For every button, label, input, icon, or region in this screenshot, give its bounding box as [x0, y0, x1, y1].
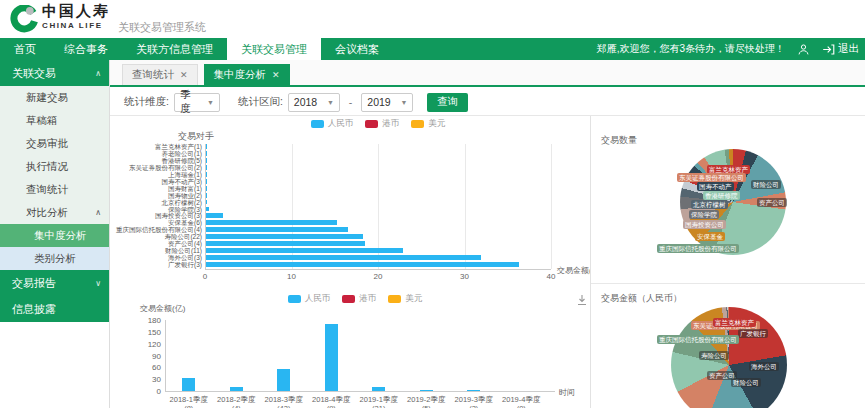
bar — [206, 262, 519, 267]
nav-item-2[interactable]: 关联方信息管理 — [122, 38, 227, 60]
nav-item-4[interactable]: 会议档案 — [321, 38, 393, 60]
bar — [206, 248, 403, 253]
category-name: 2019-4季度 — [497, 395, 545, 404]
sidebar: 关联交易∧新建交易草稿箱交易审批执行情况查询统计对比分析∧集中度分析类别分析交易… — [0, 60, 110, 408]
chevron-down-icon: ▼ — [327, 99, 334, 106]
bar — [206, 207, 209, 212]
range-start-select[interactable]: 2018▼ — [288, 93, 340, 112]
y-tick-label: 120 — [139, 340, 161, 349]
tab-close-icon[interactable]: ✕ — [272, 70, 280, 80]
pie-amount-title: 交易金额（人民币） — [601, 292, 682, 305]
pie-slice-label: 国寿不动产 — [697, 182, 734, 191]
legend-item: 人民币 — [311, 118, 354, 130]
logout-button[interactable]: 退出 — [822, 42, 859, 56]
range-start-value: 2018 — [294, 96, 317, 108]
range-end-select[interactable]: 2019▼ — [361, 93, 413, 112]
pie-slice-label: 东吴证券股份有限公司 — [677, 173, 746, 182]
bar — [206, 241, 365, 246]
bar — [206, 227, 348, 232]
download-icon[interactable] — [576, 294, 588, 306]
bar — [372, 387, 385, 391]
tab-close-icon[interactable]: ✕ — [180, 70, 188, 80]
stat-dimension-label: 统计维度: — [124, 95, 169, 109]
stat-dimension-value: 季度 — [180, 88, 199, 116]
legend-label: 人民币 — [328, 118, 354, 130]
nav-item-3[interactable]: 关联交易管理 — [227, 38, 321, 60]
category-label: 2018-4季度(9) — [307, 395, 355, 408]
tab-1[interactable]: 集中度分析✕ — [204, 64, 290, 85]
sidebar-item-7[interactable]: 集中度分析 — [0, 224, 109, 247]
legend-label: 港币 — [382, 118, 399, 130]
y-axis-line — [165, 320, 166, 391]
x-tick-label: 30 — [457, 272, 473, 281]
legend-label: 美元 — [428, 118, 445, 130]
nav-item-1[interactable]: 综合事务 — [50, 38, 122, 60]
category-label: 2018-3季度(42) — [260, 395, 308, 408]
bar — [206, 144, 207, 149]
sidebar-item-3[interactable]: 交易审批 — [0, 132, 109, 155]
legend-item: 美元 — [411, 118, 445, 130]
tab-strip: 查询统计✕集中度分析✕ — [110, 60, 865, 87]
pie-slice-label: 安保基金 — [695, 232, 725, 241]
category-count: (4) — [212, 404, 260, 408]
category-count: (5) — [402, 404, 450, 408]
pie-slice-label: 海外公司 — [749, 362, 779, 371]
tab-0[interactable]: 查询统计✕ — [122, 64, 198, 85]
tab-label: 集中度分析 — [214, 68, 267, 82]
y-tick-label: 90 — [139, 352, 161, 361]
tab-label: 查询统计 — [132, 68, 174, 82]
sidebar-item-9[interactable]: 交易报告∨ — [0, 270, 109, 296]
search-button[interactable]: 查询 — [427, 93, 468, 112]
x-axis-line — [205, 269, 551, 270]
bar — [467, 390, 480, 391]
legend-swatch — [411, 120, 424, 128]
filter-bar: 统计维度: 季度▼ 统计区间: 2018▼ - 2019▼ 查询 — [110, 89, 865, 116]
sidebar-item-2[interactable]: 草稿箱 — [0, 109, 109, 132]
category-label: 2018-2季度(4) — [212, 395, 260, 408]
category-count: (21) — [355, 404, 403, 408]
x-axis-line — [165, 391, 555, 392]
bar — [206, 186, 207, 191]
category-name: 2018-1季度 — [165, 395, 213, 404]
category-label: 2018-1季度(8) — [165, 395, 213, 408]
bar — [182, 378, 195, 391]
y-tick-label: 60 — [139, 363, 161, 372]
pie-slice-label: 富兰克林资产 — [713, 318, 756, 327]
legend-swatch — [342, 295, 355, 303]
pie-slice-label: 重庆国际信托股份有限公司 — [657, 244, 739, 253]
legend-label: 人民币 — [305, 293, 331, 305]
sidebar-item-1[interactable]: 新建交易 — [0, 86, 109, 109]
category-label: 2019-2季度(5) — [402, 395, 450, 408]
chevron-down-icon: ▼ — [207, 99, 214, 106]
category-name: 2019-2季度 — [402, 395, 450, 404]
bar — [325, 324, 338, 391]
range-separator: - — [349, 96, 353, 108]
app-window: 中国人寿 CHINA LIFE 关联交易管理系统 首页综合事务关联方信息管理关联… — [0, 0, 865, 408]
category-label: 广发银行(3) — [110, 262, 202, 269]
stat-dimension-select[interactable]: 季度▼ — [174, 93, 220, 112]
counterparty-legend: 人民币港币美元 — [205, 118, 551, 130]
category-name: 2019-1季度 — [355, 395, 403, 404]
gridline — [465, 144, 466, 269]
pie-slice-label: 香港研修院 — [703, 191, 740, 200]
category-name: 2019-3季度 — [450, 395, 498, 404]
chevron-up-icon: ∧ — [95, 208, 101, 217]
pie-slice-label: 重庆国际信托股份有限公司 — [657, 335, 739, 344]
sidebar-item-4[interactable]: 执行情况 — [0, 155, 109, 178]
sidebar-item-5[interactable]: 查询统计 — [0, 178, 109, 201]
nav-item-0[interactable]: 首页 — [0, 38, 50, 60]
sidebar-item-0[interactable]: 关联交易∧ — [0, 60, 109, 86]
brand-name-en: CHINA LIFE — [42, 22, 110, 30]
nav-right: 郑雁,欢迎您，您有3条待办，请尽快处理！ 退出 — [597, 38, 859, 60]
category-name: 2018-3季度 — [260, 395, 308, 404]
legend-label: 港币 — [359, 293, 376, 305]
legend-label: 美元 — [405, 293, 422, 305]
bar — [206, 220, 337, 225]
pie-panel: 交易数量 交易金额（人民币） 富兰克林资产东吴证券股份有限公司国寿不动产香港研修… — [590, 116, 865, 408]
sidebar-item-8[interactable]: 类别分析 — [0, 247, 109, 270]
user-icon[interactable] — [797, 43, 810, 56]
bar — [420, 390, 433, 391]
bar — [206, 255, 481, 260]
sidebar-item-6[interactable]: 对比分析∧ — [0, 201, 109, 224]
sidebar-item-10[interactable]: 信息披露 — [0, 296, 109, 322]
